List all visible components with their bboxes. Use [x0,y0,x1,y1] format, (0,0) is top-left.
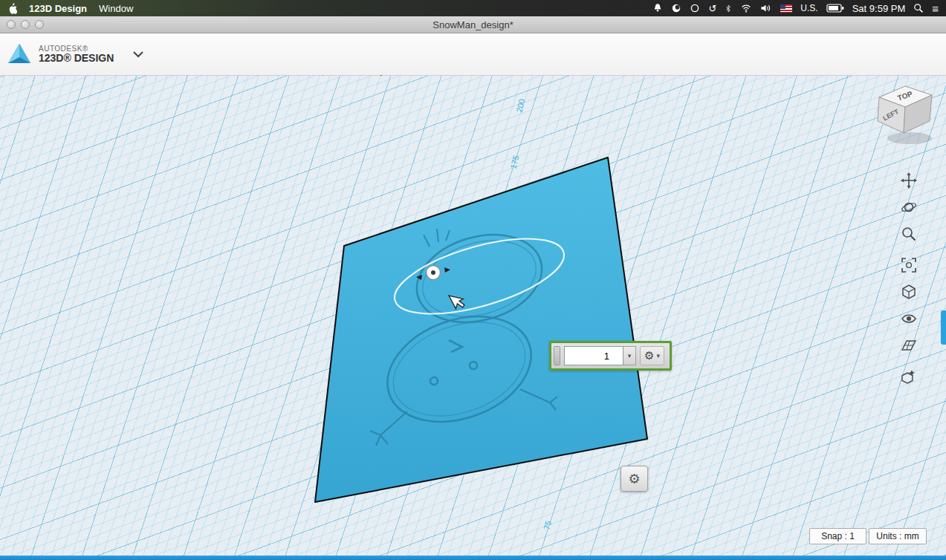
navigation-toolbar [895,167,923,390]
grid-toggle-button[interactable] [895,332,922,359]
render-mode-button[interactable] [895,363,922,390]
region-label[interactable]: U.S. [800,3,817,13]
volume-icon[interactable] [760,3,772,13]
grid-axis-label: 200 [514,98,526,114]
menubar-menu-window[interactable]: Window [99,3,133,14]
app-menu-button[interactable]: AUTODESK® 123D® DESIGN [6,41,143,68]
scene-svg: 200 175 75 [0,76,946,556]
pan-icon [901,172,917,189]
document-title: SnowMan_design* [432,19,513,30]
gear-icon: ⚙ [644,349,654,362]
chevron-down-icon[interactable] [133,48,143,61]
orbit-icon [901,199,917,215]
canvas-gear-button[interactable]: ⚙ [621,466,648,492]
zoom-tool-button[interactable] [895,221,922,247]
ring-icon[interactable] [690,3,700,13]
spotlight-search-icon[interactable] [913,3,924,13]
bluetooth-icon[interactable] [725,3,732,14]
magnifier-icon [901,226,917,242]
snap-status[interactable]: Snap : 1 [809,528,866,544]
window-minimize-button[interactable] [21,20,30,29]
grid-sheet-icon [901,337,917,354]
gear-icon: ⚙ [628,471,640,487]
eye-icon [901,310,917,327]
window-zoom-button[interactable] [35,20,44,29]
window-titlebar[interactable]: SnowMan_design* [0,16,946,33]
window-close-button[interactable] [7,20,16,29]
bottom-edge-strip [0,556,946,560]
units-status[interactable]: Units : mm [869,528,927,544]
value-spinner-handle[interactable] [554,346,560,365]
menubar-app-name[interactable]: 123D Design [29,3,87,14]
bell-icon[interactable] [652,3,663,13]
panel-pull-tab[interactable] [941,310,946,345]
value-input[interactable] [564,346,623,365]
pan-tool-button[interactable] [895,167,922,194]
cube-icon [901,284,917,300]
work-plane[interactable] [315,157,647,502]
time-machine-icon[interactable]: ↺ [708,3,716,14]
value-dropdown-button[interactable]: ▾ [623,346,636,365]
dropdown-caret-icon: ▾ [656,353,660,359]
view-mode-button[interactable] [895,279,922,305]
numeric-input-widget[interactable]: ▾ ⚙ ▾ [549,341,672,371]
macos-menubar: 123D Design Window ↺ U.S. Sat 9:59 PM [0,0,946,16]
fit-view-button[interactable] [895,252,922,279]
notification-center-icon[interactable]: ≡ [932,2,939,15]
grid-axis-label: 175 [508,154,520,170]
app-toolbar: AUTODESK® 123D® DESIGN ↶ ↷ ▾ ▾ ▾ [0,33,946,76]
viewport-canvas[interactable]: 200 175 75 [0,76,946,556]
brand-text: AUTODESK® 123D® DESIGN [39,45,114,64]
apple-menu-icon[interactable] [7,3,17,14]
region-flag-icon[interactable] [780,4,792,13]
dropdown-caret-icon: ▾ [628,353,632,359]
grid-axis-label: 75 [542,520,553,531]
swirl-icon[interactable] [671,3,681,13]
menubar-clock[interactable]: Sat 9:59 PM [852,3,906,14]
hide-show-button[interactable] [895,305,922,332]
view-cube[interactable]: TOP LEFT [869,79,941,153]
wifi-icon[interactable] [740,3,752,13]
fit-view-icon [901,257,917,273]
render-icon [901,368,917,385]
orbit-tool-button[interactable] [895,194,922,221]
widget-gear-button[interactable]: ⚙ ▾ [640,346,664,365]
123d-logo-icon [6,41,33,68]
battery-icon[interactable] [826,4,844,13]
